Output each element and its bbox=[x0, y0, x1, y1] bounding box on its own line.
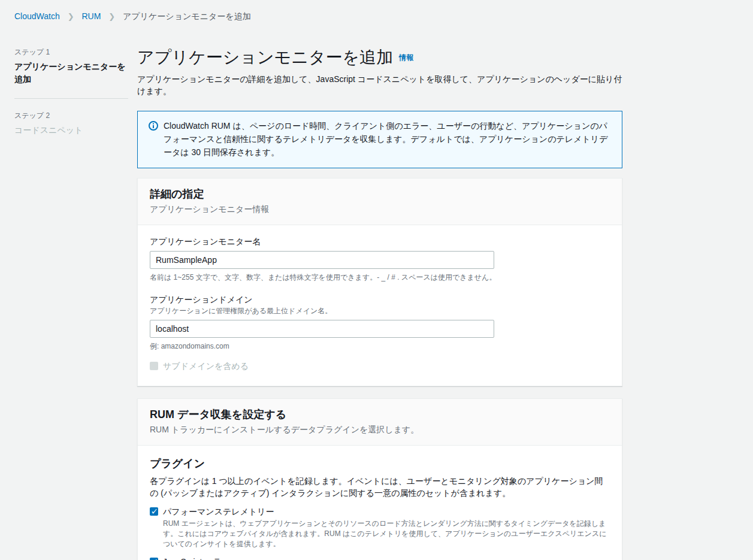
app-domain-input[interactable] bbox=[150, 320, 494, 338]
steps-sidebar: ステップ 1 アプリケーションモニターを追加 ステップ 2 コードスニペット bbox=[14, 47, 128, 137]
content-area: ステップ 1 アプリケーションモニターを追加 ステップ 2 コードスニペット ア… bbox=[0, 47, 753, 560]
checkbox-checked-icon: ✓ bbox=[150, 507, 158, 516]
include-subdomains-label: サブドメインを含める bbox=[163, 361, 249, 371]
plugin-javascript-errors: ✓ JavaScript エラー RUM ウェブクライアントは、ウェブアプリケー… bbox=[150, 556, 610, 560]
breadcrumb-rum[interactable]: RUM bbox=[81, 11, 101, 21]
steps-divider bbox=[14, 98, 128, 99]
app-domain-label: アプリケーションドメイン bbox=[150, 294, 610, 305]
monitor-name-hint: 名前は 1~255 文字で、文字、数字、または特殊文字を使用できます。- _ /… bbox=[150, 273, 610, 282]
details-card-header: 詳細の指定 アプリケーションモニター情報 bbox=[138, 178, 622, 225]
performance-telemetry-checkbox[interactable]: ✓ パフォーマンステレメトリー bbox=[150, 506, 610, 517]
breadcrumb-chevron-icon: ❯ bbox=[108, 12, 115, 21]
details-card-body: アプリケーションモニター名 名前は 1~255 文字で、文字、数字、または特殊文… bbox=[138, 225, 622, 386]
monitor-name-label: アプリケーションモニター名 bbox=[150, 236, 610, 247]
data-collection-card: RUM データ収集を設定する RUM トラッカーにインストールするデータプラグイ… bbox=[137, 398, 622, 560]
app-domain-hint: 例: amazondomains.com bbox=[150, 341, 610, 351]
info-link[interactable]: 情報 bbox=[399, 53, 413, 62]
monitor-name-field-group: アプリケーションモニター名 名前は 1~255 文字で、文字、数字、または特殊文… bbox=[150, 236, 610, 282]
step-2: ステップ 2 コードスニペット bbox=[14, 111, 128, 137]
breadcrumb-current: アプリケーションモニターを追加 bbox=[123, 11, 251, 21]
performance-telemetry-label: パフォーマンステレメトリー bbox=[163, 506, 274, 517]
plugins-card-body: プラグイン 各プラグインは 1 つ以上のイベントを記録します。イベントには、ユー… bbox=[138, 446, 622, 560]
javascript-errors-checkbox[interactable]: ✓ JavaScript エラー bbox=[150, 556, 610, 560]
breadcrumb-cloudwatch[interactable]: CloudWatch bbox=[14, 11, 60, 21]
plugins-title: プラグイン bbox=[150, 456, 610, 471]
performance-telemetry-description: RUM エージェントは、ウェブアプリケーションとそのリソースのロード方法とレンダ… bbox=[163, 519, 610, 549]
monitor-name-input[interactable] bbox=[150, 251, 494, 269]
data-collection-title: RUM データ収集を設定する bbox=[150, 407, 610, 422]
javascript-errors-label: JavaScript エラー bbox=[163, 556, 230, 560]
step-1: ステップ 1 アプリケーションモニターを追加 bbox=[14, 47, 128, 86]
data-collection-card-header: RUM データ収集を設定する RUM トラッカーにインストールするデータプラグイ… bbox=[138, 399, 622, 446]
info-icon bbox=[149, 121, 158, 131]
page-subtitle: アプリケーションモニターの詳細を追加して、JavaScript コードスニペット… bbox=[137, 73, 622, 97]
include-subdomains-checkbox-row: サブドメインを含める bbox=[150, 361, 610, 371]
checkbox-checked-icon: ✓ bbox=[150, 558, 158, 560]
app-domain-field-group: アプリケーションドメイン アプリケーションに管理権限がある最上位ドメイン名。 例… bbox=[150, 294, 610, 351]
page-header: アプリケーションモニターを追加情報 アプリケーションモニターの詳細を追加して、J… bbox=[137, 47, 622, 97]
plugin-performance-telemetry: ✓ パフォーマンステレメトリー RUM エージェントは、ウェブアプリケーションと… bbox=[150, 506, 610, 549]
step-1-title: アプリケーションモニターを追加 bbox=[14, 60, 128, 86]
info-alert-text: CloudWatch RUM は、ページのロード時間、クライアント側のエラー、ユ… bbox=[164, 119, 612, 159]
breadcrumb-chevron-icon: ❯ bbox=[68, 12, 74, 21]
step-1-number: ステップ 1 bbox=[14, 47, 128, 57]
info-alert: CloudWatch RUM は、ページのロード時間、クライアント側のエラー、ユ… bbox=[137, 111, 622, 168]
details-card: 詳細の指定 アプリケーションモニター情報 アプリケーションモニター名 名前は 1… bbox=[137, 178, 622, 386]
breadcrumb: CloudWatch ❯ RUM ❯ アプリケーションモニターを追加 bbox=[0, 0, 753, 22]
details-title: 詳細の指定 bbox=[150, 187, 610, 201]
page-title: アプリケーションモニターを追加 bbox=[137, 48, 393, 66]
checkbox-disabled-icon bbox=[150, 362, 158, 370]
plugins-description: 各プラグインは 1 つ以上のイベントを記録します。イベントには、ユーザーとモニタ… bbox=[150, 475, 610, 499]
data-collection-subtitle: RUM トラッカーにインストールするデータプラグインを選択します。 bbox=[150, 423, 610, 435]
step-2-number: ステップ 2 bbox=[14, 111, 128, 121]
main-column: アプリケーションモニターを追加情報 アプリケーションモニターの詳細を追加して、J… bbox=[137, 47, 622, 560]
app-domain-description: アプリケーションに管理権限がある最上位ドメイン名。 bbox=[150, 306, 610, 316]
details-subtitle: アプリケーションモニター情報 bbox=[150, 203, 610, 215]
step-2-title: コードスニペット bbox=[14, 124, 128, 137]
